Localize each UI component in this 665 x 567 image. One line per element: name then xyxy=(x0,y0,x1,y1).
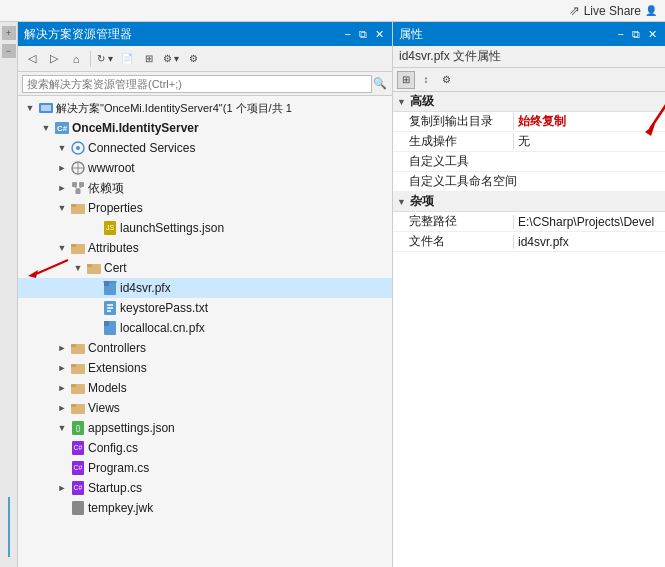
tree-label-program: Program.cs xyxy=(88,461,149,475)
tree-label-views: Views xyxy=(88,401,120,415)
toolbar-forward-btn[interactable]: ▷ xyxy=(44,49,64,69)
props-pin-btn[interactable]: − xyxy=(616,28,626,40)
props-name-filename: 文件名 xyxy=(393,233,513,250)
expand-wwwroot[interactable]: ► xyxy=(54,160,70,176)
tree-item-project[interactable]: ▼ C# OnceMi.IdentityServer xyxy=(18,118,392,138)
solution-tree-wrapper: ▼ 解决方案"OnceMi.IdentityServer4"(1 个项目/共 1… xyxy=(18,98,392,518)
tree-item-startup[interactable]: ► C# Startup.cs xyxy=(18,478,392,498)
tree-label-id4svr: id4svr.pfx xyxy=(120,281,171,295)
tree-item-program[interactable]: C# Program.cs xyxy=(18,458,392,478)
tree-item-views[interactable]: ► Views xyxy=(18,398,392,418)
svg-text:C#: C# xyxy=(74,464,83,471)
tree-item-appsettings[interactable]: ▼ {} appsettings.json xyxy=(18,418,392,438)
props-toolbar: ⊞ ↕ ⚙ xyxy=(393,68,665,92)
props-row-custom-tool[interactable]: 自定义工具 xyxy=(393,152,665,172)
svg-line-13 xyxy=(78,187,82,189)
props-name-full-path: 完整路径 xyxy=(393,213,513,230)
props-float-btn[interactable]: ⧉ xyxy=(630,28,642,41)
props-section-misc[interactable]: ▼ 杂项 xyxy=(393,192,665,212)
main-content: + − 解决方案资源管理器 − ⧉ ✕ ◁ ▷ ⌂ ↻ ▾ 📄 ⊞ ⚙ ▾ ⚙ xyxy=(0,22,665,567)
toolbar-show-btn[interactable]: ⊞ xyxy=(139,49,159,69)
tree-item-cert[interactable]: ▼ Cert xyxy=(18,258,392,278)
expand-controllers[interactable]: ► xyxy=(54,340,70,356)
toolbar-back-btn[interactable]: ◁ xyxy=(22,49,42,69)
expand-connected[interactable]: ▼ xyxy=(54,140,70,156)
props-row-full-path[interactable]: 完整路径 E:\CSharp\Projects\Devel xyxy=(393,212,665,232)
expand-project[interactable]: ▼ xyxy=(38,120,54,136)
props-subtitle: id4svr.pfx 文件属性 xyxy=(393,46,665,68)
search-icon[interactable]: 🔍 xyxy=(372,76,388,92)
props-section-advanced[interactable]: ▼ 高级 xyxy=(393,92,665,112)
expand-models[interactable]: ► xyxy=(54,380,70,396)
props-row-custom-tool-ns[interactable]: 自定义工具命名空间 xyxy=(393,172,665,192)
props-content: ▼ 高级 复制到输出目录 始终复制 生成操作 无 xyxy=(393,92,665,567)
expand-deps[interactable]: ► xyxy=(54,180,70,196)
toolbar-settings-btn[interactable]: ⚙ xyxy=(183,49,203,69)
tree-label-appsettings: appsettings.json xyxy=(88,421,175,435)
tree-item-extensions[interactable]: ► Extensions xyxy=(18,358,392,378)
expand-extensions[interactable]: ► xyxy=(54,360,70,376)
expand-attributes[interactable]: ▼ xyxy=(54,240,70,256)
toolbar-sync-btn[interactable]: ↻ ▾ xyxy=(95,49,115,69)
appsettings-icon: {} xyxy=(70,420,86,436)
tree-label-dependencies: 依赖项 xyxy=(88,180,124,197)
solution-icon xyxy=(38,100,54,116)
toolbar-filter-btn[interactable]: ⚙ ▾ xyxy=(161,49,181,69)
tree-label-launchsettings: launchSettings.json xyxy=(120,221,224,235)
toolbar-home-btn[interactable]: ⌂ xyxy=(66,49,86,69)
tree-item-dependencies[interactable]: ► 依赖项 xyxy=(18,178,392,198)
tree-item-wwwroot[interactable]: ► wwwroot xyxy=(18,158,392,178)
left-bar-btn-2[interactable]: − xyxy=(2,44,16,58)
props-settings-btn[interactable]: ⚙ xyxy=(437,71,455,89)
tree-item-connected-services[interactable]: ▼ Connected Services xyxy=(18,138,392,158)
left-bar: + − xyxy=(0,22,18,567)
props-grid-btn[interactable]: ⊞ xyxy=(397,71,415,89)
expand-solution[interactable]: ▼ xyxy=(22,100,38,116)
tree-label-properties: Properties xyxy=(88,201,143,215)
svg-text:JS: JS xyxy=(106,224,115,231)
search-input[interactable] xyxy=(22,75,372,93)
svg-text:C#: C# xyxy=(74,444,83,451)
tree-label-startup: Startup.cs xyxy=(88,481,142,495)
tree-item-launchsettings[interactable]: JS launchSettings.json xyxy=(18,218,392,238)
tree-item-locallocal[interactable]: locallocal.cn.pfx xyxy=(18,318,392,338)
solution-panel-pin-btn[interactable]: − xyxy=(343,28,353,40)
expand-cert[interactable]: ▼ xyxy=(70,260,86,276)
tree-item-config[interactable]: C# Config.cs xyxy=(18,438,392,458)
props-name-custom-tool-ns: 自定义工具命名空间 xyxy=(393,173,513,190)
props-row-build-action[interactable]: 生成操作 无 xyxy=(393,132,665,152)
props-value-full-path: E:\CSharp\Projects\Devel xyxy=(513,215,665,229)
tree-item-controllers[interactable]: ► Controllers xyxy=(18,338,392,358)
props-close-btn[interactable]: ✕ xyxy=(646,28,659,41)
tree-label-keystorepass: keystorePass.txt xyxy=(120,301,208,315)
solution-tree: ▼ 解决方案"OnceMi.IdentityServer4"(1 个项目/共 1… xyxy=(18,96,392,567)
expand-views[interactable]: ► xyxy=(54,400,70,416)
left-bar-btn-1[interactable]: + xyxy=(2,26,16,40)
props-row-filename[interactable]: 文件名 id4svr.pfx xyxy=(393,232,665,252)
props-value-filename: id4svr.pfx xyxy=(513,235,665,249)
expand-id4svr xyxy=(86,280,102,296)
tree-label-connected: Connected Services xyxy=(88,141,195,155)
expand-appsettings[interactable]: ▼ xyxy=(54,420,70,436)
startup-icon: C# xyxy=(70,480,86,496)
tree-item-tempkey[interactable]: tempkey.jwk xyxy=(18,498,392,518)
tree-item-attributes[interactable]: ▼ Attributes xyxy=(18,238,392,258)
tree-label-models: Models xyxy=(88,381,127,395)
live-share-section: ⇗ Live Share 👤 xyxy=(569,3,657,18)
expand-startup[interactable]: ► xyxy=(54,480,70,496)
tree-item-keystorepass[interactable]: keystorePass.txt xyxy=(18,298,392,318)
props-row-copy-output[interactable]: 复制到输出目录 始终复制 xyxy=(393,112,665,132)
expand-config xyxy=(54,440,70,456)
expand-keystorepass xyxy=(86,300,102,316)
expand-properties[interactable]: ▼ xyxy=(54,200,70,216)
tree-item-id4svr[interactable]: id4svr.pfx xyxy=(18,278,392,298)
tree-item-models[interactable]: ► Models xyxy=(18,378,392,398)
solution-panel-close-btn[interactable]: ✕ xyxy=(373,28,386,41)
tree-item-properties[interactable]: ▼ Properties xyxy=(18,198,392,218)
toolbar-files-btn[interactable]: 📄 xyxy=(117,49,137,69)
tempkey-icon xyxy=(70,500,86,516)
solution-panel-float-btn[interactable]: ⧉ xyxy=(357,28,369,41)
props-sort-btn[interactable]: ↕ xyxy=(417,71,435,89)
tree-item-solution[interactable]: ▼ 解决方案"OnceMi.IdentityServer4"(1 个项目/共 1 xyxy=(18,98,392,118)
live-share-label[interactable]: Live Share xyxy=(584,4,641,18)
